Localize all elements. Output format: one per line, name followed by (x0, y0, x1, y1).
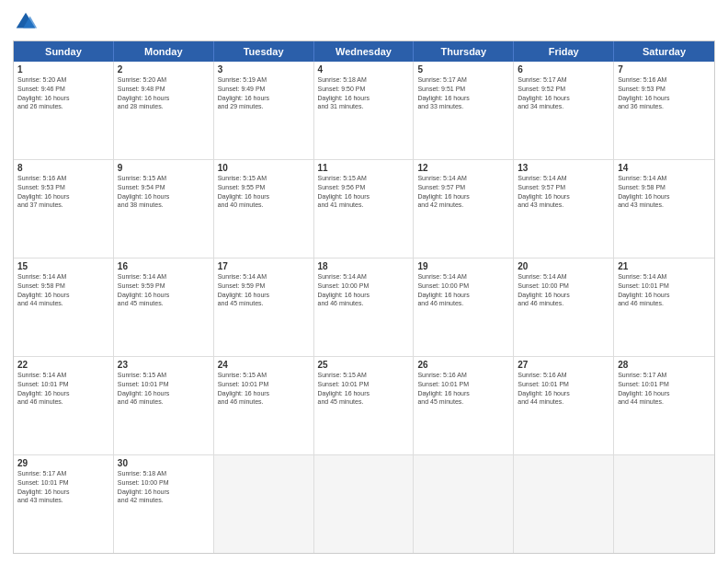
calendar-cell (614, 455, 714, 553)
calendar-cell: 10Sunrise: 5:15 AM Sunset: 9:55 PM Dayli… (214, 160, 314, 258)
calendar-cell: 22Sunrise: 5:14 AM Sunset: 10:01 PM Dayl… (14, 357, 114, 454)
cell-info: Sunrise: 5:14 AM Sunset: 10:00 PM Daylig… (417, 272, 509, 308)
calendar-cell: 25Sunrise: 5:15 AM Sunset: 10:01 PM Dayl… (314, 357, 415, 454)
cell-day-number: 10 (218, 163, 310, 173)
cell-day-number: 20 (518, 261, 609, 271)
calendar-cell: 15Sunrise: 5:14 AM Sunset: 9:58 PM Dayli… (14, 259, 114, 356)
cell-day-number: 27 (518, 360, 609, 370)
cell-info: Sunrise: 5:15 AM Sunset: 10:01 PM Daylig… (118, 371, 210, 407)
calendar-body: 1Sunrise: 5:20 AM Sunset: 9:46 PM Daylig… (14, 62, 714, 553)
cell-day-number: 6 (518, 64, 609, 75)
calendar-cell: 23Sunrise: 5:15 AM Sunset: 10:01 PM Dayl… (114, 357, 214, 454)
cell-day-number: 24 (218, 360, 310, 370)
cell-day-number: 5 (417, 64, 509, 75)
cell-day-number: 23 (118, 360, 210, 370)
cell-day-number: 30 (118, 458, 210, 468)
cell-day-number: 4 (318, 64, 410, 75)
cell-info: Sunrise: 5:17 AM Sunset: 10:01 PM Daylig… (17, 469, 109, 505)
cell-info: Sunrise: 5:15 AM Sunset: 10:01 PM Daylig… (318, 371, 410, 407)
calendar-cell (314, 455, 415, 553)
calendar-cell: 14Sunrise: 5:14 AM Sunset: 9:58 PM Dayli… (614, 160, 714, 258)
logo (13, 9, 42, 35)
cell-day-number: 7 (618, 64, 711, 75)
calendar-cell (214, 455, 314, 553)
cell-info: Sunrise: 5:14 AM Sunset: 9:59 PM Dayligh… (218, 272, 310, 308)
calendar-cell: 30Sunrise: 5:18 AM Sunset: 10:00 PM Dayl… (114, 455, 214, 553)
cell-info: Sunrise: 5:17 AM Sunset: 9:51 PM Dayligh… (417, 75, 509, 111)
calendar-cell: 26Sunrise: 5:16 AM Sunset: 10:01 PM Dayl… (414, 357, 514, 454)
cell-info: Sunrise: 5:16 AM Sunset: 9:53 PM Dayligh… (17, 174, 109, 210)
cell-info: Sunrise: 5:14 AM Sunset: 9:58 PM Dayligh… (618, 174, 711, 210)
cell-info: Sunrise: 5:18 AM Sunset: 9:50 PM Dayligh… (318, 75, 410, 111)
header (13, 9, 715, 35)
cell-day-number: 14 (618, 163, 711, 173)
cell-day-number: 18 (318, 261, 410, 271)
cell-info: Sunrise: 5:20 AM Sunset: 9:48 PM Dayligh… (118, 75, 210, 111)
calendar-cell: 19Sunrise: 5:14 AM Sunset: 10:00 PM Dayl… (414, 259, 514, 356)
page: Sunday Monday Tuesday Wednesday Thursday… (0, 0, 728, 563)
cell-info: Sunrise: 5:15 AM Sunset: 9:56 PM Dayligh… (318, 174, 410, 210)
logo-icon (13, 9, 39, 35)
cell-day-number: 8 (17, 163, 109, 173)
calendar-cell: 12Sunrise: 5:14 AM Sunset: 9:57 PM Dayli… (414, 160, 514, 258)
header-tuesday: Tuesday (214, 41, 314, 62)
calendar-cell: 18Sunrise: 5:14 AM Sunset: 10:00 PM Dayl… (314, 259, 415, 356)
cell-info: Sunrise: 5:14 AM Sunset: 10:01 PM Daylig… (17, 371, 109, 407)
cell-info: Sunrise: 5:14 AM Sunset: 9:57 PM Dayligh… (518, 174, 609, 210)
cell-day-number: 15 (17, 261, 109, 271)
calendar-cell: 20Sunrise: 5:14 AM Sunset: 10:00 PM Dayl… (514, 259, 614, 356)
cell-day-number: 16 (118, 261, 210, 271)
cell-day-number: 21 (618, 261, 711, 271)
calendar-cell: 24Sunrise: 5:15 AM Sunset: 10:01 PM Dayl… (214, 357, 314, 454)
cell-day-number: 13 (518, 163, 609, 173)
calendar-row-3: 22Sunrise: 5:14 AM Sunset: 10:01 PM Dayl… (14, 357, 714, 455)
calendar-cell: 11Sunrise: 5:15 AM Sunset: 9:56 PM Dayli… (314, 160, 415, 258)
cell-info: Sunrise: 5:15 AM Sunset: 10:01 PM Daylig… (218, 371, 310, 407)
cell-info: Sunrise: 5:16 AM Sunset: 10:01 PM Daylig… (518, 371, 609, 407)
calendar-row-2: 15Sunrise: 5:14 AM Sunset: 9:58 PM Dayli… (14, 259, 714, 357)
header-monday: Monday (114, 41, 214, 62)
header-thursday: Thursday (414, 41, 514, 62)
cell-info: Sunrise: 5:14 AM Sunset: 10:00 PM Daylig… (318, 272, 410, 308)
cell-info: Sunrise: 5:20 AM Sunset: 9:46 PM Dayligh… (17, 75, 109, 111)
calendar-row-0: 1Sunrise: 5:20 AM Sunset: 9:46 PM Daylig… (14, 62, 714, 160)
cell-info: Sunrise: 5:14 AM Sunset: 9:58 PM Dayligh… (17, 272, 109, 308)
calendar-cell: 7Sunrise: 5:16 AM Sunset: 9:53 PM Daylig… (614, 62, 714, 159)
header-friday: Friday (514, 41, 614, 62)
header-saturday: Saturday (614, 41, 714, 62)
cell-info: Sunrise: 5:14 AM Sunset: 9:57 PM Dayligh… (417, 174, 509, 210)
cell-info: Sunrise: 5:17 AM Sunset: 9:52 PM Dayligh… (518, 75, 609, 111)
calendar-cell: 29Sunrise: 5:17 AM Sunset: 10:01 PM Dayl… (14, 455, 114, 553)
cell-day-number: 22 (17, 360, 109, 370)
cell-day-number: 2 (118, 64, 210, 75)
calendar-cell: 4Sunrise: 5:18 AM Sunset: 9:50 PM Daylig… (314, 62, 415, 159)
calendar-cell: 8Sunrise: 5:16 AM Sunset: 9:53 PM Daylig… (14, 160, 114, 258)
calendar-row-1: 8Sunrise: 5:16 AM Sunset: 9:53 PM Daylig… (14, 160, 714, 259)
cell-info: Sunrise: 5:15 AM Sunset: 9:54 PM Dayligh… (118, 174, 210, 210)
cell-day-number: 9 (118, 163, 210, 173)
cell-day-number: 12 (417, 163, 509, 173)
calendar-cell: 5Sunrise: 5:17 AM Sunset: 9:51 PM Daylig… (414, 62, 514, 159)
cell-info: Sunrise: 5:14 AM Sunset: 10:00 PM Daylig… (518, 272, 609, 308)
calendar-cell: 16Sunrise: 5:14 AM Sunset: 9:59 PM Dayli… (114, 259, 214, 356)
calendar-cell (414, 455, 514, 553)
calendar: Sunday Monday Tuesday Wednesday Thursday… (13, 40, 715, 554)
calendar-cell: 13Sunrise: 5:14 AM Sunset: 9:57 PM Dayli… (514, 160, 614, 258)
cell-info: Sunrise: 5:18 AM Sunset: 10:00 PM Daylig… (118, 469, 210, 505)
cell-info: Sunrise: 5:14 AM Sunset: 10:01 PM Daylig… (618, 272, 711, 308)
calendar-cell: 2Sunrise: 5:20 AM Sunset: 9:48 PM Daylig… (114, 62, 214, 159)
cell-day-number: 26 (417, 360, 509, 370)
cell-info: Sunrise: 5:16 AM Sunset: 10:01 PM Daylig… (417, 371, 509, 407)
calendar-cell: 21Sunrise: 5:14 AM Sunset: 10:01 PM Dayl… (614, 259, 714, 356)
calendar-cell (514, 455, 614, 553)
cell-day-number: 17 (218, 261, 310, 271)
calendar-cell: 1Sunrise: 5:20 AM Sunset: 9:46 PM Daylig… (14, 62, 114, 159)
calendar-row-4: 29Sunrise: 5:17 AM Sunset: 10:01 PM Dayl… (14, 455, 714, 553)
cell-day-number: 25 (318, 360, 410, 370)
cell-info: Sunrise: 5:16 AM Sunset: 9:53 PM Dayligh… (618, 75, 711, 111)
cell-day-number: 19 (417, 261, 509, 271)
cell-info: Sunrise: 5:17 AM Sunset: 10:01 PM Daylig… (618, 371, 711, 407)
calendar-cell: 3Sunrise: 5:19 AM Sunset: 9:49 PM Daylig… (214, 62, 314, 159)
cell-info: Sunrise: 5:19 AM Sunset: 9:49 PM Dayligh… (218, 75, 310, 111)
cell-day-number: 1 (17, 64, 109, 75)
